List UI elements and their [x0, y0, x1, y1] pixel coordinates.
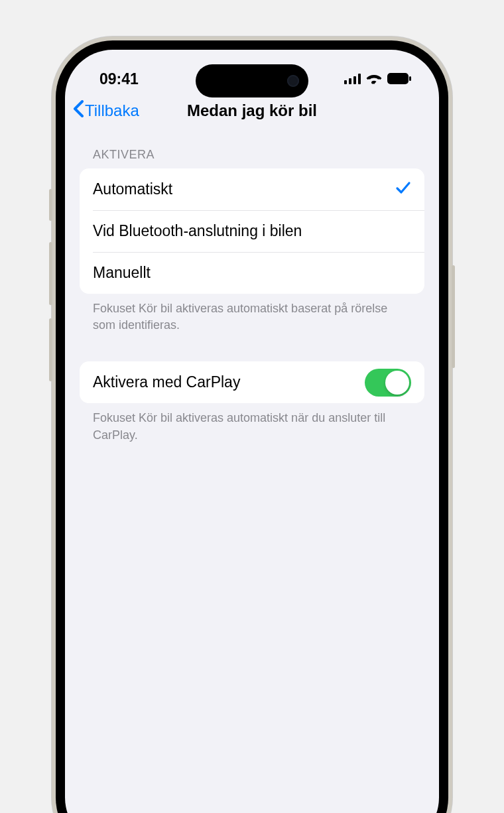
side-button [49, 189, 52, 221]
back-button[interactable]: Tillbaka [73, 100, 139, 121]
svg-rect-4 [387, 73, 409, 84]
carplay-label: Aktivera med CarPlay [93, 373, 240, 391]
option-label: Manuellt [93, 264, 151, 282]
side-button [49, 242, 52, 305]
option-bluetooth[interactable]: Vid Bluetooth-anslutning i bilen [80, 210, 424, 252]
carplay-toggle-row[interactable]: Aktivera med CarPlay [80, 361, 424, 403]
signal-icon [344, 70, 361, 88]
toggle-knob [385, 371, 409, 395]
side-button [452, 265, 455, 368]
option-label: Automatiskt [93, 180, 172, 198]
status-time: 09:41 [99, 70, 139, 88]
screen: 09:41 [65, 50, 439, 813]
svg-rect-3 [358, 74, 361, 84]
chevron-left-icon [73, 100, 84, 121]
camera-icon [287, 75, 299, 87]
svg-rect-1 [349, 78, 351, 84]
wifi-icon [366, 70, 382, 88]
option-label: Vid Bluetooth-anslutning i bilen [93, 222, 302, 240]
side-button [49, 318, 52, 381]
svg-rect-5 [409, 76, 411, 81]
section-header-activate: AKTIVERA [80, 131, 424, 168]
battery-icon [387, 70, 411, 88]
activate-options-group: Automatiskt Vid Bluetooth-anslutning i b… [80, 168, 424, 294]
option-automatic[interactable]: Automatiskt [80, 168, 424, 210]
svg-rect-2 [353, 76, 356, 84]
svg-rect-0 [344, 80, 347, 84]
page-title: Medan jag kör bil [187, 101, 317, 120]
back-label: Tillbaka [85, 101, 139, 120]
checkmark-icon [395, 180, 411, 200]
phone-device-frame: 09:41 [52, 36, 452, 813]
nav-bar: Tillbaka Medan jag kör bil [65, 91, 439, 131]
option-manual[interactable]: Manuellt [80, 252, 424, 294]
section-footer-activate: Fokuset Kör bil aktiveras automatiskt ba… [80, 294, 424, 334]
toggle-switch[interactable] [365, 369, 411, 397]
carplay-group: Aktivera med CarPlay [80, 361, 424, 403]
section-footer-carplay: Fokuset Kör bil aktiveras automatiskt nä… [80, 403, 424, 443]
